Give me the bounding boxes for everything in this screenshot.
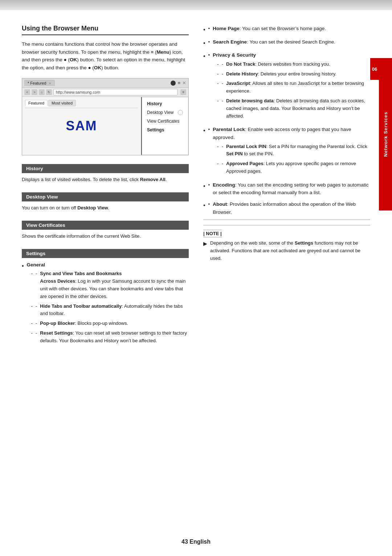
left-column: Using the Browser Menu The menu contains… (22, 25, 189, 355)
desktop-view-header: Desktop View (22, 192, 189, 201)
settings-header: Settings (22, 249, 189, 258)
ap-text: Approved Pages: Lets you approve specifi… (226, 160, 370, 175)
refresh-button: ↻ (46, 89, 52, 95)
desktop-view-header-label: Desktop View (26, 194, 58, 200)
circle-icon (171, 81, 176, 86)
history-section: History Displays a list of visited websi… (22, 164, 189, 188)
pin-text: Parental Lock PIN: Set a PIN for managin… (226, 143, 370, 158)
history-header: History (22, 164, 189, 173)
home-page-bullet: • (208, 25, 210, 33)
dash-icon: - (36, 270, 37, 278)
dash-icon3: - (36, 320, 37, 327)
sync-text: Sync and View Tabs and BookmarksAcross D… (40, 270, 189, 300)
menu-item-history: History (142, 99, 188, 108)
reset-settings-text: Reset Settings: You can reset all web br… (40, 330, 189, 345)
reset-settings-item: - Reset Settings: You can reset all web … (27, 330, 189, 345)
note-title: | NOTE | (203, 230, 222, 237)
delete-browsing-item: - Delete browsing data: Deletes all brow… (213, 97, 370, 120)
featured-tabs-bar: Featured Most visited (25, 100, 138, 108)
view-certificates-section: View Certificates Shows the certificate … (22, 221, 189, 245)
section-title: Using the Browser Menu (22, 25, 189, 35)
menu-item-settings: Settings (142, 126, 188, 134)
delete-history-item: - Delete History: Deletes your entire br… (213, 70, 370, 78)
about-bullet: • (208, 200, 210, 208)
side-tab-text: Network Services (383, 112, 388, 157)
ap-dash: - (222, 160, 223, 168)
menu-view-certificates-label: View Certificates (147, 119, 179, 124)
dash-icon2: - (36, 303, 37, 310)
browser-toolbar: * Featured ✕ ≡ ✕ (22, 78, 188, 88)
browser-menu-dropdown: History Desktop View View Certificates S… (141, 97, 188, 155)
popup-blocker-text: Pop-up Blocker: Blocks pop-up windows. (40, 320, 128, 327)
history-header-label: History (26, 166, 43, 171)
close-toolbar-icon: ✕ (182, 80, 186, 86)
browser-left-pane: Featured Most visited SAM (22, 97, 141, 155)
privacy-text: Privacy & Security - Do Not Track: Deter… (213, 51, 370, 122)
browser-tab-area: * Featured ✕ (24, 80, 167, 86)
most-visited-tab: Most visited (48, 100, 76, 106)
enc-bullet: • (208, 181, 210, 189)
search-engine-text: Search Engine: You can set the desired S… (213, 38, 335, 46)
popup-blocker-item: - Pop-up Blocker: Blocks pop-up windows. (27, 320, 189, 327)
privacy-security-item: • Privacy & Security - Do Not Track: Det… (203, 51, 370, 122)
browser-screenshot: * Featured ✕ ≡ ✕ < > ⌂ ↻ http://www.sams… (22, 78, 189, 155)
hide-tabs-item: - Hide Tabs and Toolbar automatically: A… (27, 303, 189, 318)
menu-item-view-certificates: View Certificates (142, 117, 188, 126)
privacy-sub-list: - Do Not Track: Deters websites from tra… (213, 61, 370, 120)
footer-text: 43 English (181, 539, 211, 545)
menu-icon: ≡ (177, 80, 180, 86)
dnt-dash: - (222, 61, 223, 68)
dnt-text: Do Not Track: Deters websites from track… (226, 61, 330, 68)
divider (203, 220, 370, 220)
parental-lock-item: • Parental Lock: Enable web access only … (203, 126, 370, 177)
search-engine-item: • Search Engine: You can set the desired… (203, 38, 370, 48)
right-column: • Home Page: You can set the Browser’s h… (203, 25, 370, 355)
search-engine-bullet: • (208, 38, 210, 46)
settings-body: General - Sync and View Tabs and Bookmar… (22, 258, 189, 355)
js-text: JavaScript: Allows all sites to run Java… (226, 80, 370, 95)
browser-tab: * Featured ✕ (24, 80, 55, 86)
forward-button: > (32, 89, 37, 95)
desktop-view-body: You can turn on or turn off Desktop View… (22, 201, 189, 216)
menu-desktop-view-label: Desktop View (147, 110, 173, 115)
parental-sub-list: - Parental Lock PIN: Set a PIN for manag… (213, 143, 370, 175)
note-title-text: | NOTE | (203, 231, 222, 236)
dh-dash: - (222, 70, 223, 78)
general-sub-list: - Sync and View Tabs and BookmarksAcross… (27, 270, 189, 344)
note-box: | NOTE | ▶ Depending on the web site, so… (203, 225, 370, 262)
tab-label: * Featured (28, 81, 46, 85)
note-content: ▶ Depending on the web site, some of the… (203, 240, 370, 262)
new-tab-button: + (180, 89, 186, 95)
pl-text: Parental Lock: Enable web access only to… (213, 126, 370, 177)
top-bar (0, 0, 392, 10)
view-certificates-body: Shows the certificate information of the… (22, 230, 189, 245)
sam-logo: SAM (25, 111, 138, 141)
db-text: Delete browsing data: Deletes all browsi… (226, 97, 370, 120)
privacy-bullet: • (208, 51, 210, 59)
featured-tab: Featured (25, 100, 48, 106)
settings-general-item: General - Sync and View Tabs and Bookmar… (22, 261, 189, 347)
pin-dash: - (222, 143, 223, 151)
settings-bullet-list: General - Sync and View Tabs and Bookmar… (22, 261, 189, 347)
chapter-number-value: 06 (372, 66, 377, 72)
about-item: • About: Provides basic information abou… (203, 200, 370, 216)
javascript-item: - JavaScript: Allows all sites to run Ja… (213, 80, 370, 95)
view-certificates-header: View Certificates (22, 221, 189, 230)
do-not-track-item: - Do Not Track: Deters websites from tra… (213, 61, 370, 68)
history-body: Displays a list of visited websites. To … (22, 173, 189, 188)
general-bullet: General - Sync and View Tabs and Bookmar… (27, 261, 189, 347)
page-footer: 43 English (0, 539, 392, 545)
side-tab-label: Network Services (379, 58, 392, 210)
db-dash: - (222, 97, 223, 105)
right-bullet-list: • Home Page: You can set the Browser’s h… (203, 25, 370, 216)
desktop-view-circle (178, 110, 183, 115)
tab-close-icon: ✕ (49, 82, 52, 85)
note-text: Depending on the web site, some of the S… (210, 240, 370, 262)
toolbar-icons: ≡ ✕ (171, 80, 186, 86)
approved-pages-item: - Approved Pages: Lets you approve speci… (213, 160, 370, 175)
menu-history-label: History (147, 101, 162, 106)
pl-bullet: • (208, 126, 210, 134)
settings-header-label: Settings (26, 251, 45, 256)
sync-item: - Sync and View Tabs and BookmarksAcross… (27, 270, 189, 300)
browser-body: Featured Most visited SAM History Deskto… (22, 97, 188, 155)
